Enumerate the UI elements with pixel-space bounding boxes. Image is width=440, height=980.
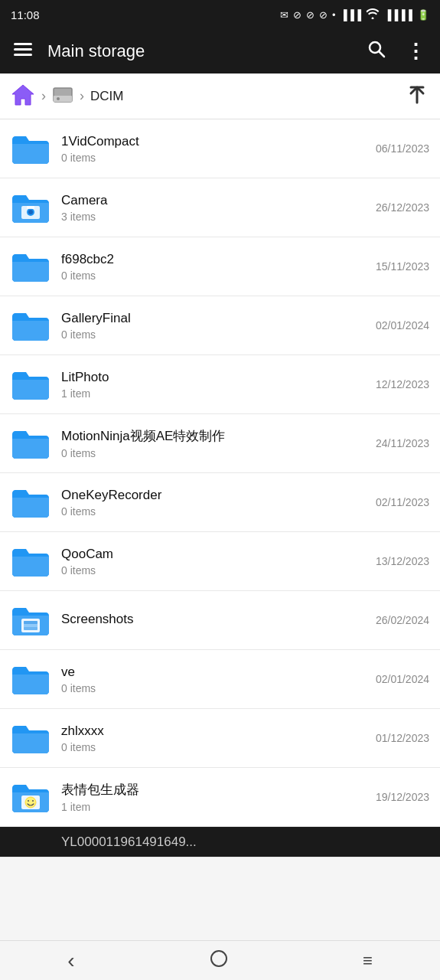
home-icon[interactable] <box>11 83 35 109</box>
list-item[interactable]: ve 0 items 02/01/2024 <box>0 650 440 709</box>
file-date: 26/02/2024 <box>376 614 429 626</box>
file-name: LitPhoto <box>61 370 368 385</box>
file-name: YL000011961491649... <box>61 835 429 850</box>
folder-list: 1VidCompact 0 items 06/11/2023 Camera 3 … <box>0 119 440 858</box>
list-item[interactable]: zhlxxxx 0 items 01/12/2023 <box>0 709 440 768</box>
file-info: 表情包生成器 1 item <box>61 781 368 813</box>
file-date: 02/01/2024 <box>376 319 429 332</box>
breadcrumb: › › DCIM <box>0 74 440 119</box>
file-name: f698cbc2 <box>61 252 368 267</box>
battery-icon: 🔋 <box>417 9 429 21</box>
list-item[interactable]: f698cbc2 0 items 15/11/2023 <box>0 237 440 296</box>
file-info: GalleryFinal 0 items <box>61 311 368 341</box>
list-item[interactable]: Screenshots 26/02/2024 <box>0 591 440 650</box>
folder-icon <box>11 718 51 758</box>
list-item[interactable]: OneKeyRecorder 0 items 02/11/2023 <box>0 473 440 532</box>
file-name: 1VidCompact <box>61 134 368 149</box>
file-name: Camera <box>61 193 368 208</box>
list-item[interactable]: YL000011961491649... <box>0 827 440 858</box>
file-info: 1VidCompact 0 items <box>61 134 368 164</box>
svg-point-18 <box>25 797 36 808</box>
file-name: Screenshots <box>61 612 368 627</box>
file-meta: 0 items <box>61 564 368 577</box>
svg-rect-0 <box>14 43 32 45</box>
file-meta: 1 item <box>61 801 368 813</box>
menu-nav-button[interactable]: ≡ <box>344 945 391 977</box>
drive-icon[interactable] <box>52 85 73 108</box>
file-name: QooCam <box>61 547 368 562</box>
file-info: OneKeyRecorder 0 items <box>61 488 368 518</box>
folder-icon <box>11 364 51 404</box>
file-date: 12/12/2023 <box>376 378 429 390</box>
folder-icon <box>11 129 51 168</box>
file-date: 06/11/2023 <box>376 142 429 155</box>
search-button[interactable] <box>363 35 390 67</box>
svg-point-19 <box>28 800 29 802</box>
file-date: 13/12/2023 <box>376 555 429 567</box>
list-item[interactable]: 1VidCompact 0 items 06/11/2023 <box>0 119 440 178</box>
status-time: 11:08 <box>11 8 40 21</box>
folder-icon <box>11 423 51 463</box>
signal-icon: ▐▐▐ <box>341 9 362 21</box>
file-info: zhlxxxx 0 items <box>61 724 368 753</box>
file-name: zhlxxxx <box>61 724 368 739</box>
status-icons: ✉ ⊘ ⊘ ⊘ • ▐▐▐ ▐▐▐▐ 🔋 <box>280 8 429 21</box>
back-button[interactable]: ‹ <box>49 942 93 979</box>
file-date: 02/11/2023 <box>376 496 429 508</box>
file-info: f698cbc2 0 items <box>61 252 368 282</box>
svg-point-20 <box>32 800 34 802</box>
file-meta: 0 items <box>61 741 368 753</box>
page-title: Main storage <box>47 41 352 61</box>
folder-icon <box>11 247 51 286</box>
icon1: ⊘ <box>293 9 301 21</box>
file-info: MotionNinja视频AE特效制作 0 items <box>61 427 368 459</box>
file-info: ve 0 items <box>61 665 368 694</box>
folder-icon <box>11 305 51 345</box>
file-date: 19/12/2023 <box>376 791 429 803</box>
home-button[interactable] <box>191 943 246 978</box>
svg-rect-2 <box>14 54 32 56</box>
list-item[interactable]: MotionNinja视频AE特效制作 0 items 24/11/2023 <box>0 414 440 473</box>
menu-button[interactable] <box>9 37 37 66</box>
folder-icon <box>11 541 51 581</box>
icon2: ⊘ <box>306 9 315 21</box>
wifi-icon <box>366 8 380 21</box>
folder-icon <box>11 482 51 522</box>
list-item[interactable]: QooCam 0 items 13/12/2023 <box>0 532 440 591</box>
file-name: ve <box>61 665 368 680</box>
file-name: MotionNinja视频AE特效制作 <box>61 427 368 445</box>
file-meta: 0 items <box>61 328 368 341</box>
folder-icon <box>11 600 51 640</box>
file-name: OneKeyRecorder <box>61 488 368 503</box>
file-meta: 0 items <box>61 682 368 694</box>
list-item[interactable]: LitPhoto 1 item 12/12/2023 <box>0 355 440 414</box>
current-folder-label: DCIM <box>90 89 123 104</box>
svg-point-11 <box>28 210 33 214</box>
sep-2: › <box>80 88 84 104</box>
email-icon: ✉ <box>280 9 288 21</box>
file-meta: 3 items <box>61 211 368 223</box>
file-meta: 0 items <box>61 152 368 164</box>
file-name: GalleryFinal <box>61 311 368 326</box>
file-info: QooCam 0 items <box>61 547 368 577</box>
svg-line-4 <box>379 51 384 57</box>
app-bar: Main storage ⋮ <box>0 29 440 74</box>
file-info: Camera 3 items <box>61 193 368 223</box>
file-name: 表情包生成器 <box>61 781 368 799</box>
svg-point-8 <box>57 97 60 100</box>
file-meta: 0 items <box>61 505 368 518</box>
bars-icon: ▐▐▐▐ <box>384 9 412 21</box>
file-info: LitPhoto 1 item <box>61 370 368 400</box>
more-button[interactable]: ⋮ <box>401 35 431 68</box>
list-item[interactable]: 表情包生成器 1 item 19/12/2023 <box>0 768 440 827</box>
list-item[interactable]: GalleryFinal 0 items 02/01/2024 <box>0 296 440 355</box>
folder-icon <box>11 777 51 817</box>
list-item[interactable]: Camera 3 items 26/12/2023 <box>0 178 440 237</box>
svg-rect-12 <box>27 206 34 209</box>
file-date: 15/11/2023 <box>376 260 429 273</box>
svg-rect-21 <box>11 827 51 858</box>
file-info: YL000011961491649... <box>61 835 429 850</box>
file-date: 02/01/2024 <box>376 673 429 685</box>
up-button[interactable] <box>405 81 429 111</box>
file-date: 26/12/2023 <box>376 201 429 214</box>
